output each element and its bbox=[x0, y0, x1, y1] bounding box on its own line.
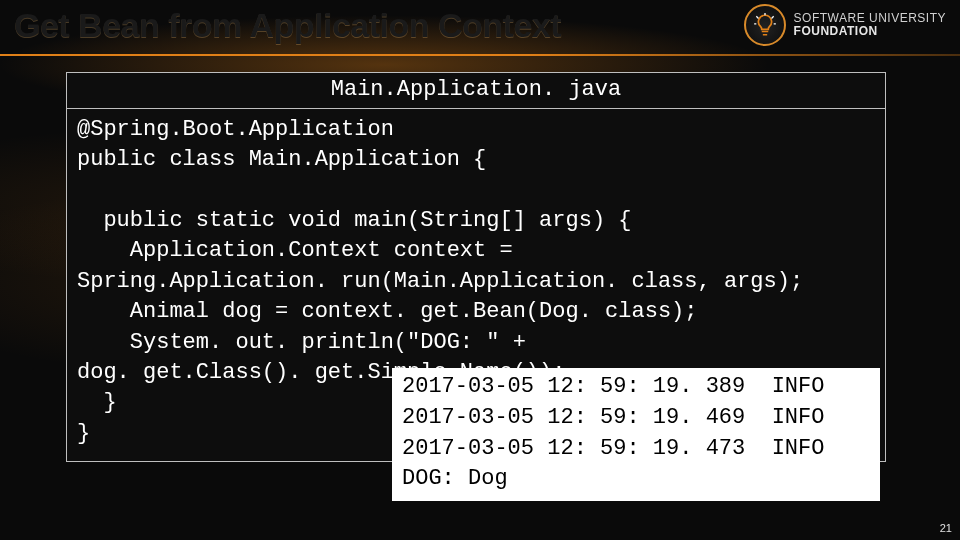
title-underline bbox=[0, 54, 960, 56]
console-output: 2017-03-05 12: 59: 19. 389 INFO 2017-03-… bbox=[392, 368, 880, 501]
lightbulb-icon bbox=[744, 4, 786, 46]
brand-line2: FOUNDATION bbox=[794, 25, 946, 38]
code-filename: Main.Application. java bbox=[67, 73, 885, 109]
brand-text: SOFTWARE UNIVERSITY FOUNDATION bbox=[794, 12, 946, 37]
slide-title: Get Bean from Application Context bbox=[14, 6, 561, 45]
brand-logo: SOFTWARE UNIVERSITY FOUNDATION bbox=[744, 4, 946, 46]
page-number: 21 bbox=[940, 522, 952, 534]
